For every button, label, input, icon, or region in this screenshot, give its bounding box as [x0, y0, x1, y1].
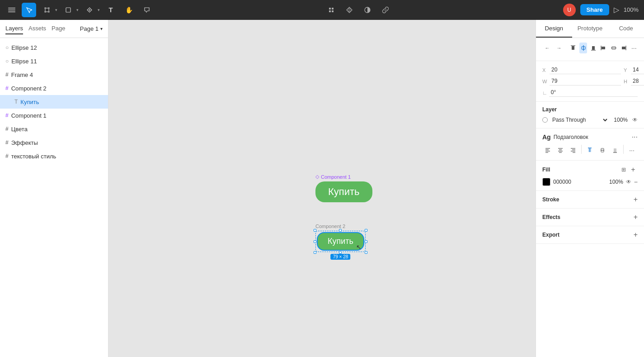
- tab-code[interactable]: Code: [608, 20, 644, 38]
- svg-rect-14: [329, 8, 331, 10]
- svg-rect-2: [8, 11, 15, 12]
- frame-tool[interactable]: [40, 3, 54, 17]
- frame-tool-group[interactable]: ▾: [40, 3, 57, 17]
- position-section: X Y W H ⟳ ∟: [536, 61, 644, 102]
- fill-remove-button[interactable]: −: [634, 178, 638, 186]
- effects-add-button[interactable]: +: [634, 213, 638, 221]
- svg-point-13: [89, 9, 90, 10]
- pen-tool-group[interactable]: ▾: [82, 3, 100, 17]
- text-tool[interactable]: T: [103, 3, 118, 17]
- hand-tool[interactable]: ✋: [122, 3, 136, 17]
- rect-tool[interactable]: [61, 3, 75, 17]
- svg-rect-0: [8, 8, 15, 9]
- text-valign-bottom[interactable]: [610, 145, 620, 156]
- toolbar: ▾ ▾ ▾ T ✋: [0, 0, 644, 20]
- align-more[interactable]: ···: [630, 43, 638, 53]
- y-input[interactable]: [631, 66, 644, 74]
- avatar: U: [563, 4, 576, 16]
- rect-tool-group[interactable]: ▾: [61, 3, 79, 17]
- align-left[interactable]: [600, 43, 607, 53]
- typo-more-icon[interactable]: ···: [632, 133, 638, 141]
- stroke-title: Stroke: [542, 196, 559, 203]
- blend-opacity: 100%: [611, 117, 628, 123]
- align-middle-v[interactable]: [610, 43, 617, 53]
- fill-grid-icon[interactable]: ⊞: [621, 167, 626, 173]
- frame-chevron: ▾: [55, 8, 57, 12]
- layer-item-kupity[interactable]: T Купить: [0, 95, 108, 109]
- svg-rect-30: [622, 47, 625, 49]
- stroke-add-button[interactable]: +: [634, 195, 638, 204]
- panel-tabs: Layers Assets Page Page 1 ▾: [0, 20, 108, 38]
- align-row-1: ← →: [542, 43, 638, 53]
- share-button[interactable]: Share: [580, 4, 609, 15]
- text-align-left[interactable]: [542, 145, 553, 156]
- fill-add-button[interactable]: +: [629, 165, 638, 174]
- zoom-label[interactable]: 100%: [624, 6, 639, 13]
- svg-rect-49: [614, 148, 616, 152]
- effects-section: Effects +: [536, 209, 644, 226]
- blend-mode-select[interactable]: Pass Through: [550, 116, 609, 124]
- visibility-icon[interactable]: 👁: [632, 117, 638, 123]
- layer-item-component2[interactable]: # Component 2: [0, 81, 108, 95]
- ellipse-icon: ○: [5, 58, 9, 64]
- handle-bl: [314, 251, 316, 254]
- x-input[interactable]: [550, 66, 621, 74]
- play-button[interactable]: ▷: [614, 5, 619, 14]
- contrast-icon[interactable]: [360, 3, 375, 17]
- nav-back[interactable]: ←: [542, 43, 552, 53]
- component2-container: Component 2 Купить 79 × 28: [315, 224, 366, 252]
- component1-button[interactable]: Купить: [315, 181, 372, 202]
- svg-rect-12: [66, 8, 71, 12]
- component2-button[interactable]: Купить: [317, 232, 364, 251]
- rotate-group: ∟: [542, 88, 638, 97]
- svg-rect-16: [329, 10, 331, 12]
- angle-input[interactable]: [549, 88, 638, 97]
- link-icon[interactable]: [378, 3, 393, 17]
- layer-item-ellipse12[interactable]: ○ Ellipse 12: [0, 41, 108, 54]
- align-center-h[interactable]: [579, 43, 587, 53]
- tab-layers[interactable]: Layers: [5, 23, 23, 34]
- tab-prototype[interactable]: Prototype: [572, 20, 608, 38]
- typo-header: Ag Подзаголовок ···: [542, 133, 638, 141]
- text-align-right[interactable]: [568, 145, 578, 156]
- page-selector[interactable]: Page 1 ▾: [80, 25, 103, 32]
- rotate-icon: ∟: [542, 90, 547, 95]
- comment-tool[interactable]: [140, 3, 154, 17]
- text-valign-top[interactable]: [584, 145, 595, 156]
- canvas-area[interactable]: ◇ Component 1 Купить Component 2 Купить: [108, 20, 536, 357]
- align-right[interactable]: [620, 43, 627, 53]
- layer-item-textovyi[interactable]: # текстовый стиль: [0, 149, 108, 163]
- typo-more-options[interactable]: ···: [626, 145, 637, 156]
- tab-page[interactable]: Page: [52, 23, 65, 34]
- w-input[interactable]: [550, 77, 621, 86]
- select-tool[interactable]: [22, 3, 36, 17]
- text-align-center[interactable]: [555, 145, 566, 156]
- layer-name: Купить: [20, 99, 39, 105]
- align-bottom[interactable]: [590, 43, 597, 53]
- layer-item-frame4[interactable]: # Frame 4: [0, 68, 108, 81]
- pen-tool[interactable]: [82, 3, 97, 17]
- main-layout: Layers Assets Page Page 1 ▾ ○ Ellipse 12…: [0, 20, 644, 357]
- tab-assets[interactable]: Assets: [28, 23, 46, 34]
- layer-item-effekty[interactable]: # Эффекты: [0, 136, 108, 149]
- fill-visibility-icon[interactable]: 👁: [626, 179, 631, 185]
- align-top[interactable]: [569, 43, 577, 53]
- export-row: Export +: [542, 231, 638, 239]
- h-input[interactable]: [631, 77, 644, 86]
- export-add-button[interactable]: +: [634, 231, 638, 239]
- fill-color-swatch[interactable]: [542, 178, 550, 186]
- resources-icon[interactable]: [342, 3, 357, 17]
- tab-design[interactable]: Design: [536, 20, 572, 38]
- components-icon[interactable]: [324, 3, 338, 17]
- layer-name: Ellipse 11: [11, 58, 37, 65]
- layer-item-component1[interactable]: # Component 1: [0, 109, 108, 122]
- toolbar-right: U Share ▷ 100%: [563, 4, 639, 16]
- typo-separator: [581, 145, 582, 154]
- layer-item-cveta[interactable]: # Цвета: [0, 122, 108, 136]
- nav-forward[interactable]: →: [554, 43, 564, 53]
- layer-item-ellipse11[interactable]: ○ Ellipse 11: [0, 54, 108, 68]
- text-valign-middle[interactable]: [597, 145, 608, 156]
- menu-icon[interactable]: [5, 4, 18, 16]
- layer-name: Component 1: [11, 112, 47, 119]
- pen-chevron: ▾: [98, 8, 100, 12]
